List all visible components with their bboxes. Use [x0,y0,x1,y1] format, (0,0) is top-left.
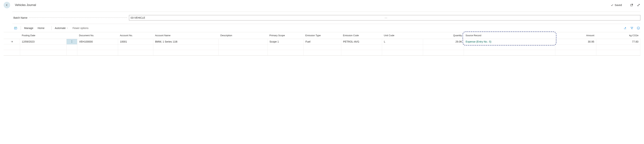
col-posting-date[interactable]: Posting Date [20,32,66,39]
info-icon[interactable] [636,26,640,30]
svg-point-5 [72,41,72,41]
svg-point-4 [72,40,72,41]
col-quantity[interactable]: Quantity [423,32,464,39]
share-icon[interactable] [623,26,627,30]
cell-source-record[interactable]: Expense (Entry No.: 5) [464,39,555,45]
back-button[interactable] [4,2,10,8]
col-emission-code[interactable]: Emission Code [341,32,382,39]
col-unit-code[interactable]: Unit Code [382,32,423,39]
row-selector-icon[interactable] [4,39,20,44]
cell-emission-code[interactable]: PETROL-AVG [341,39,382,45]
batch-name-lookup-button[interactable]: ··· [384,16,639,19]
filter-icon[interactable] [630,26,634,30]
col-source-record[interactable]: Source Record [464,32,555,39]
dots-leader [29,17,127,18]
col-account-no[interactable]: Account No. [118,32,153,39]
layout-icon[interactable] [14,26,18,30]
cell-kg-co2e[interactable]: 77.83 [596,39,640,45]
col-account-name[interactable]: Account Name [153,32,218,39]
svg-rect-2 [14,27,17,28]
toolbar-home[interactable]: Home [37,26,45,30]
toolbar-automate[interactable]: Automate [54,26,68,30]
saved-text: Saved [614,4,622,6]
cell-unit-code[interactable]: L [382,39,423,45]
col-amount[interactable]: Amount [555,32,596,39]
popout-icon[interactable] [630,3,634,7]
col-document-no[interactable]: Document No. [77,32,118,39]
col-primary-scope[interactable]: Primary Scope [268,32,304,39]
cell-amount[interactable]: 30.95 [555,39,596,45]
col-description[interactable]: Description [218,32,268,39]
cell-quantity[interactable]: 29.06 [423,39,464,45]
table-row[interactable]: 12/09/2023 VEH100000 10001 BMW, 1 Series… [4,39,640,45]
col-emission-type[interactable]: Emission Type [304,32,341,39]
saved-indicator: Saved [610,4,622,6]
page-title: Vehicles Journal [15,3,36,7]
cell-primary-scope[interactable]: Scope 1 [268,39,304,45]
cell-account-no[interactable]: 10001 [118,39,153,45]
row-menu-button[interactable] [66,39,77,45]
cell-emission-type[interactable]: Fuel [304,39,341,45]
table-row[interactable] [4,44,640,50]
batch-name-label: Batch Name [14,16,28,19]
col-kg-co2e[interactable]: kg CO2e [596,32,640,39]
cell-account-name[interactable]: BMW, 1 Series 118i [153,39,218,45]
table-row[interactable] [4,50,640,55]
collapse-icon[interactable] [637,3,640,7]
batch-name-input[interactable]: 03-VEHICLE ··· [129,15,640,20]
toolbar-fewer-options[interactable]: Fewer options [72,26,89,30]
cell-description[interactable] [218,39,268,45]
cell-posting-date[interactable]: 12/09/2023 [20,39,66,45]
cell-document-no[interactable]: VEH100000 [77,39,118,45]
toolbar-manage[interactable]: Manage [24,26,34,30]
batch-name-value: 03-VEHICLE [130,16,384,19]
svg-point-6 [72,42,72,43]
